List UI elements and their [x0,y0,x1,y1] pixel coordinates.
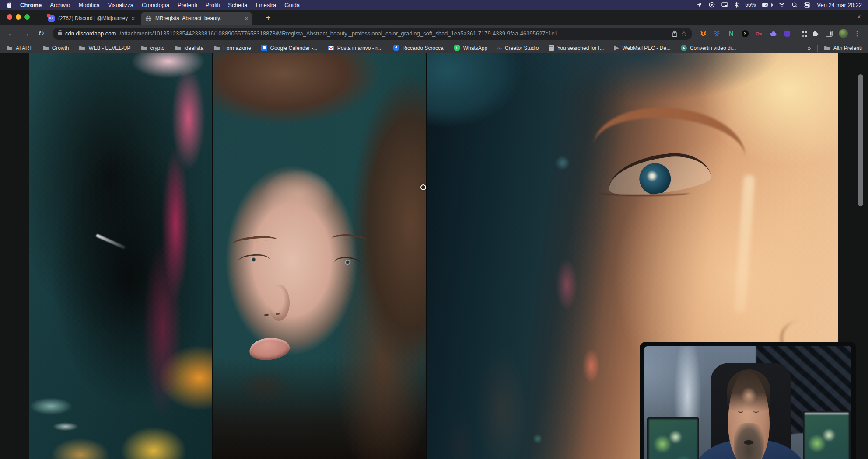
artwork-panel-portrait-center[interactable] [213,53,427,459]
closeup-eyebrow [594,101,749,158]
bookmarks-overflow-chevron[interactable]: » [808,45,811,52]
bookmark-label: Posta in arrivo - ri... [337,45,383,51]
bookmark-gmail-inbox[interactable]: Posta in arrivo - ri... [328,45,383,51]
menu-bar-status-area: 56% Ven 24 mar 20:22 [696,2,862,8]
bookmark-google-calendar[interactable]: Google Calendar -... [261,45,318,51]
bookmark-folder-ai-art[interactable]: AI ART [6,45,32,51]
meta-icon: ∞ [497,45,502,51]
facebook-icon: f [393,45,399,51]
webcam-video: A TIRIN✦ [644,346,851,459]
portrait-chin-shadow [236,368,294,404]
presenter-head [728,371,770,459]
tab-close-icon[interactable]: × [245,15,248,22]
other-bookmarks-button[interactable]: Altri Preferiti [824,45,862,51]
menu-archivio[interactable]: Archivio [50,2,70,8]
mouse-cursor [420,184,426,190]
spotlight-search-icon[interactable] [792,2,798,8]
window-minimize-button[interactable] [16,14,21,20]
wifi-icon[interactable] [778,3,785,7]
menu-visualizza[interactable]: Visualizza [108,2,133,8]
webcam-overlay: A TIRIN✦ [640,342,856,459]
bookmark-folder-web-level-up[interactable]: WEB - LEVEL-UP [79,45,130,51]
presenter-right-eye [753,410,759,413]
bookmark-folder-crypto[interactable]: crypto [141,45,165,51]
forward-button[interactable]: → [20,28,32,40]
tab-search-chevron-icon[interactable]: ∨ [857,13,861,20]
window-close-button[interactable] [7,14,12,20]
portrait-left-eye [237,254,270,264]
left-monitor-screen [649,419,697,459]
artwork-panel-abstract-left[interactable] [29,53,213,459]
bookmark-label: Riccardo Scrocca [402,45,444,51]
menu-preferiti[interactable]: Preferiti [178,2,197,8]
control-center-icon[interactable] [804,2,810,8]
chrome-tab-strip: (2762) Discord | @Midjourney × MRregista… [0,10,868,25]
menu-bar-clock[interactable]: Ven 24 mar 20:22 [817,2,862,8]
screen-record-icon[interactable] [709,2,715,8]
menu-cronologia[interactable]: Cronologia [142,2,169,8]
lock-icon[interactable] [58,32,62,35]
bookmark-label: You searched for I... [557,45,604,51]
extension-x-circle-icon[interactable]: × [739,28,751,39]
window-zoom-button[interactable] [24,14,30,20]
new-tab-button[interactable]: + [262,12,274,24]
menu-finestra[interactable]: Finestra [256,2,276,8]
bookmark-label: Converti i video di... [690,45,736,51]
folder-icon [6,45,13,51]
profile-avatar[interactable] [837,28,849,39]
location-icon[interactable] [696,2,702,8]
extension-cloud-icon[interactable] [767,28,779,39]
bookmark-webmail-pec[interactable]: WebMail PEC - De... [614,45,670,51]
tab-close-icon[interactable]: × [131,15,135,22]
menu-guida[interactable]: Guida [284,2,300,8]
back-button[interactable]: ← [5,28,18,40]
address-bar[interactable]: cdn.discordapp.com /attachments/10135123… [52,28,692,40]
menu-chrome[interactable]: Chrome [20,2,42,8]
portrait-right-eye [334,256,361,267]
share-icon[interactable] [672,30,678,37]
bookmark-folder-idealista[interactable]: idealista [175,45,203,51]
reload-button[interactable]: ↻ [35,28,47,40]
right-monitor [803,411,850,459]
bookmark-creator-studio[interactable]: ∞ Creator Studio [497,45,539,51]
menu-scheda[interactable]: Scheda [228,2,247,8]
bookmark-folder-formazione[interactable]: Formazione [214,45,251,51]
extension-purple-icon[interactable] [781,28,793,39]
extension-n-icon[interactable]: N [725,28,737,39]
bookmark-star-icon[interactable]: ☆ [681,30,687,38]
tab-image-active[interactable]: MRregista_Abstract_beauty._ × [141,12,252,25]
chrome-menu-icon[interactable]: ⋮ [851,28,863,39]
portrait-lips [248,336,291,362]
bookmark-converti-video[interactable]: Converti i video di... [681,45,736,51]
side-panel-icon[interactable] [823,28,835,39]
apple-menu-icon[interactable] [6,2,12,8]
bookmark-you-searched[interactable]: You searched for I... [549,45,604,51]
page-icon [549,45,554,51]
send-arrow-icon [614,45,619,51]
bookmark-label: Creator Studio [505,45,539,51]
tab-discord[interactable]: (2762) Discord | @Midjourney × [44,12,139,25]
bookmark-label: WebMail PEC - De... [622,45,670,51]
bookmark-label: Google Calendar -... [270,45,318,51]
folder-icon [824,45,830,51]
extension-metamask-icon[interactable] [697,28,709,39]
extension-grid-icon[interactable] [795,28,807,39]
bookmark-label: WhatsApp [463,45,487,51]
extension-key-icon[interactable] [753,28,765,39]
menu-profili[interactable]: Profili [206,2,220,8]
presenter-hair [727,369,770,412]
bookmarks-divider [817,45,818,52]
bookmark-folder-growth[interactable]: Growth [42,45,69,51]
extensions-puzzle-icon[interactable] [809,28,821,39]
bookmark-whatsapp[interactable]: WhatsApp [454,45,487,51]
display-mirroring-icon[interactable] [721,2,728,7]
bluetooth-icon[interactable] [735,2,738,8]
menu-modifica[interactable]: Modifica [78,2,99,8]
bookmarks-right-group: » Altri Preferiti [808,45,862,52]
folder-icon [175,45,181,51]
extension-waves-icon[interactable] [711,28,723,39]
vertical-scrollbar-thumb[interactable] [858,74,863,206]
video-converter-icon [681,45,687,51]
bookmark-facebook-profile[interactable]: f Riccardo Scrocca [393,45,444,51]
folder-icon [141,45,147,51]
